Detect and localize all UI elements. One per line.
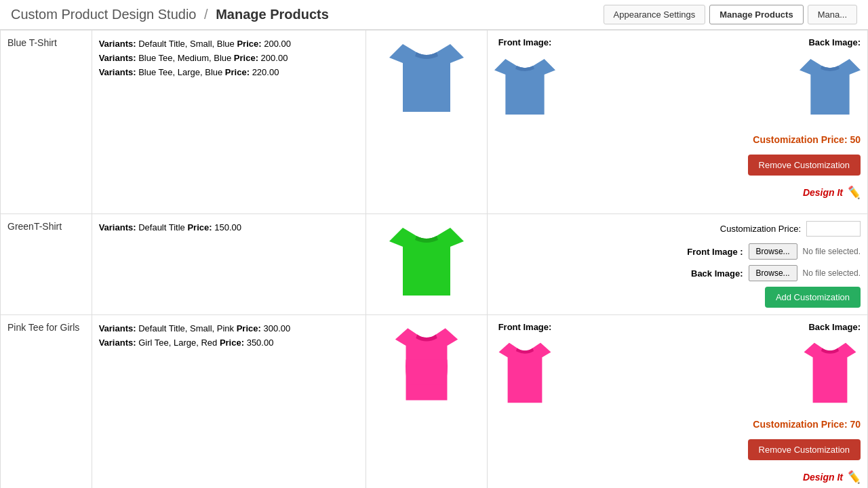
price-label: Price: — [234, 53, 258, 63]
customization-price: Customization Price: 50 — [753, 134, 861, 145]
variant-label: Variants: — [99, 323, 136, 333]
customization-cell-add: Customization Price: Front Image : Brows… — [488, 214, 868, 315]
price-value: 200.00 — [261, 53, 288, 63]
back-browse-button[interactable]: Browse... — [749, 265, 797, 281]
product-name-text: Pink Tee for Girls — [7, 322, 79, 333]
price-label: Price: — [225, 67, 250, 77]
product-image — [389, 221, 464, 302]
variants-cell: Variants: Default Title, Small, Pink Pri… — [92, 315, 366, 489]
current-page-title: Manage Products — [216, 7, 329, 22]
table-row: Pink Tee for Girls Variants: Default Tit… — [1, 315, 868, 489]
design-it-link[interactable]: Design It ✏️ — [803, 185, 861, 200]
page-header: Custom Product Design Studio / Manage Pr… — [0, 0, 868, 30]
variant-label: Variants: — [99, 39, 136, 49]
product-name: Pink Tee for Girls — [1, 315, 92, 489]
variant-line: Variants: Default Title, Small, Blue Pri… — [99, 37, 359, 52]
breadcrumb-app: Custom Product Design Studio — [11, 7, 196, 22]
variant-text: Girl Tee, Large, Red — [138, 338, 220, 348]
front-image-group: Front Image: — [494, 37, 555, 121]
breadcrumb: Custom Product Design Studio / Manage Pr… — [11, 7, 329, 22]
variant-label: Variants: — [99, 338, 136, 348]
manage-products-button[interactable]: Manage Products — [709, 5, 803, 24]
product-name-text: Blue T-Shirt — [7, 37, 57, 48]
price-label: Price: — [187, 222, 212, 232]
table-row: GreenT-Shirt Variants: Default Title Pri… — [1, 214, 868, 315]
customization-cell: Front Image: Back Image: — [488, 315, 868, 489]
variant-label: Variants: — [99, 222, 136, 232]
remove-customization-button[interactable]: Remove Customization — [748, 155, 861, 176]
back-image-label: Back Image: — [808, 322, 861, 332]
front-image — [494, 53, 555, 121]
variant-label: Variants: — [99, 67, 136, 77]
price-label: Price: — [237, 39, 261, 49]
variant-text: Blue Tee, Medium, Blue — [138, 53, 234, 63]
add-customization-button[interactable]: Add Customization — [765, 287, 861, 308]
front-back-images: Front Image: Back Image: — [494, 322, 861, 485]
customization-price-input[interactable] — [806, 221, 861, 237]
front-image-label: Front Image : — [682, 247, 743, 257]
front-image — [494, 338, 555, 405]
price-value: 150.00 — [214, 222, 241, 232]
price-label: Price: — [237, 323, 261, 333]
front-image-label: Front Image: — [498, 322, 552, 332]
back-no-file-text: No file selected. — [803, 268, 861, 278]
front-image-label: Front Image: — [498, 37, 552, 47]
remove-customization-button[interactable]: Remove Customization — [748, 439, 861, 460]
back-image-row: Back Image: Browse... No file selected. — [494, 265, 861, 281]
front-browse-button[interactable]: Browse... — [749, 243, 797, 260]
customization-price-field-label: Customization Price: — [720, 224, 801, 234]
front-image-row: Front Image : Browse... No file selected… — [494, 243, 861, 260]
design-it-text: Design It — [803, 187, 843, 198]
back-image-label: Back Image: — [808, 37, 861, 47]
variant-line: Variants: Girl Tee, Large, Red Price: 35… — [99, 336, 359, 350]
header-nav: Appearance Settings Manage Products Mana… — [604, 5, 857, 24]
variant-line: Variants: Default Title Price: 150.00 — [99, 221, 359, 235]
variant-text: Default Title, Small, Blue — [138, 39, 237, 49]
manage-more-button[interactable]: Mana... — [808, 5, 857, 24]
product-thumbnail-cell — [366, 315, 488, 489]
variant-text: Blue Tee, Large, Blue — [138, 67, 225, 77]
product-thumbnail-cell — [366, 30, 488, 214]
front-back-images: Front Image: Back Image: — [494, 37, 861, 200]
design-it-text: Design It — [803, 472, 843, 483]
pencil-icon: ✏️ — [846, 185, 861, 200]
products-table: Blue T-Shirt Variants: Default Title, Sm… — [0, 30, 868, 488]
product-thumbnail-cell — [366, 214, 488, 315]
product-name: Blue T-Shirt — [1, 30, 92, 214]
design-it-link[interactable]: Design It ✏️ — [803, 470, 861, 485]
price-value: 350.00 — [247, 338, 274, 348]
back-image — [800, 338, 861, 405]
price-value: 300.00 — [263, 323, 290, 333]
variant-line: Variants: Blue Tee, Medium, Blue Price: … — [99, 52, 359, 66]
pencil-icon: ✏️ — [846, 470, 861, 485]
table-row: Blue T-Shirt Variants: Default Title, Sm… — [1, 30, 868, 214]
product-name-text: GreenT-Shirt — [7, 221, 62, 232]
customization-cell: Front Image: Back Image: — [488, 30, 868, 214]
variant-line: Variants: Blue Tee, Large, Blue Price: 2… — [99, 66, 359, 80]
customization-price: Customization Price: 70 — [753, 419, 861, 430]
product-image — [389, 322, 464, 403]
variant-text: Default Title, Small, Pink — [138, 323, 237, 333]
variant-line: Variants: Default Title, Small, Pink Pri… — [99, 322, 359, 336]
product-image — [389, 37, 464, 119]
variant-text: Default Title — [138, 222, 187, 232]
price-value: 200.00 — [264, 39, 291, 49]
front-no-file-text: No file selected. — [803, 247, 861, 256]
variant-label: Variants: — [99, 53, 136, 63]
variants-cell: Variants: Default Title, Small, Blue Pri… — [92, 30, 366, 214]
price-label: Price: — [220, 338, 244, 348]
price-value: 220.00 — [252, 67, 279, 77]
back-image-group: Back Image: Customization Price: 70 Rem — [748, 322, 861, 485]
customization-price-row: Customization Price: — [494, 221, 861, 237]
back-image-group: Back Image: Customization Price: 50 Rem — [748, 37, 861, 200]
breadcrumb-separator: / — [204, 7, 212, 22]
back-image-label: Back Image: — [682, 268, 743, 279]
variants-cell: Variants: Default Title Price: 150.00 — [92, 214, 366, 315]
front-image-group: Front Image: — [494, 322, 555, 405]
product-name: GreenT-Shirt — [1, 214, 92, 315]
appearance-settings-button[interactable]: Appearance Settings — [604, 5, 706, 24]
back-image — [800, 53, 861, 121]
